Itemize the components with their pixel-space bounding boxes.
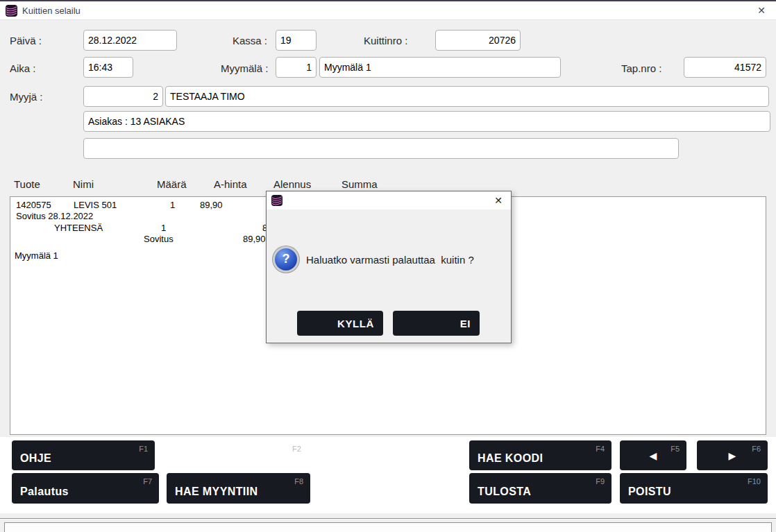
cell-total-qty: 1 — [161, 223, 166, 233]
paiva-label: Päivä : — [10, 35, 42, 46]
tulosta-button[interactable]: TULOSTA F9 — [469, 473, 611, 504]
ohje-button[interactable]: OHJE F1 — [12, 440, 155, 470]
myyja-label: Myyjä : — [10, 91, 43, 103]
cell-unit-price: 89,90 — [200, 200, 223, 210]
receipt-browser-window: Kuittien selailu ✕ Päivä : Kassa : Kuitt… — [0, 0, 776, 532]
myymala-label: Myymälä : — [221, 62, 268, 74]
myymala-name-input[interactable] — [319, 57, 561, 78]
kassa-label: Kassa : — [233, 35, 267, 46]
yes-button[interactable]: KYLLÄ — [297, 311, 383, 336]
hae-myyntiin-button[interactable]: HAE MYYNTIIN F8 — [167, 473, 310, 504]
tapnro-label: Tap.nro : — [621, 62, 661, 74]
myyja-name-input[interactable] — [165, 86, 769, 107]
poistu-button[interactable]: POISTU F10 — [620, 473, 768, 504]
window-title: Kuittien selailu — [22, 6, 81, 16]
dialog-app-logo-icon — [271, 195, 282, 206]
no-button[interactable]: EI — [393, 311, 480, 336]
fkey-f7: F7 — [143, 477, 152, 486]
myyja-number-input[interactable] — [83, 86, 163, 107]
fkey-f4: F4 — [596, 445, 605, 453]
fkey-f8: F8 — [294, 477, 303, 486]
myymala-number-input[interactable] — [276, 57, 317, 78]
next-receipt-button[interactable]: ▶ F6 — [697, 440, 768, 470]
kuittinro-label: Kuittinro : — [364, 35, 407, 46]
cell-product-code: 1420575 — [16, 200, 51, 210]
cell-store-name: Myymälä 1 — [15, 250, 58, 261]
paiva-input[interactable] — [83, 30, 177, 51]
aika-input[interactable] — [83, 57, 133, 78]
window-close-icon[interactable]: ✕ — [754, 4, 769, 17]
fkey-f6: F6 — [752, 445, 761, 453]
hae-koodi-button[interactable]: HAE KOODI F4 — [469, 440, 611, 470]
question-icon: ? — [275, 248, 297, 271]
confirm-return-dialog: ✕ ? Haluatko varmasti palauttaa kuitin ?… — [266, 191, 512, 343]
tapnro-input[interactable] — [684, 57, 766, 78]
fkey-f10: F10 — [748, 477, 761, 486]
col-header-alennus: Alennus — [273, 178, 311, 190]
dialog-title-bar: ✕ — [267, 191, 511, 209]
cell-sovitus-date: Sovitus 28.12.2022 — [16, 211, 93, 221]
status-bar — [4, 522, 772, 532]
cell-sovitus-amount: 89,90 — [243, 234, 266, 244]
col-header-tuote: Tuote — [14, 178, 40, 190]
asiakas-input[interactable] — [83, 111, 770, 132]
prev-receipt-button[interactable]: ◀ F5 — [620, 440, 686, 470]
aika-label: Aika : — [10, 62, 36, 74]
col-header-nimi: Nimi — [73, 178, 94, 190]
col-header-summa: Summa — [341, 178, 378, 190]
kassa-input[interactable] — [276, 30, 317, 51]
col-header-maara: Määrä — [157, 178, 187, 190]
col-header-ahinta: A-hinta — [214, 178, 247, 190]
cell-product-name: LEVIS 501 — [74, 200, 117, 210]
fkey-f5: F5 — [670, 445, 680, 453]
bottom-separator — [0, 518, 776, 520]
fkey-f9: F9 — [596, 477, 605, 486]
dialog-close-icon[interactable]: ✕ — [491, 194, 505, 207]
palautus-button[interactable]: Palautus F7 — [12, 473, 159, 504]
fkey-f2: F2 — [292, 445, 301, 453]
extra-input[interactable] — [83, 138, 679, 159]
fkey-f1: F1 — [139, 445, 148, 453]
dialog-message: Haluatko varmasti palauttaa kuitin ? — [306, 254, 474, 266]
cell-qty: 1 — [170, 200, 175, 210]
cell-sovitus-label: Sovitus — [144, 234, 174, 244]
title-bar: Kuittien selailu ✕ — [0, 1, 776, 20]
function-key-panel: OHJE F1 HAE KOODI F4 ◀ F5 ▶ F6 Palautus … — [0, 437, 776, 513]
kuittinro-input[interactable] — [435, 30, 521, 51]
cell-total-label: YHTEENSÄ — [54, 223, 103, 233]
app-logo-icon — [6, 5, 17, 17]
